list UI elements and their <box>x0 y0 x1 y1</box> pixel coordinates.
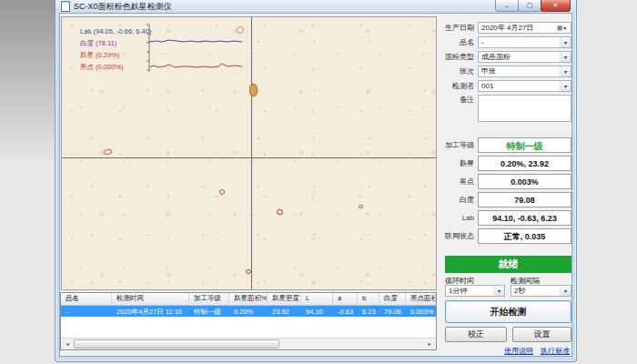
window-title: SC-X0面粉粉色麸星检测仪 <box>74 1 172 13</box>
chevron-down-icon[interactable]: ▾ <box>560 37 571 47</box>
start-detection-button[interactable]: 开始检测 <box>445 300 571 323</box>
column-header[interactable]: 加工等级 <box>189 293 229 305</box>
chevron-down-icon[interactable]: ▾ <box>560 66 571 76</box>
table-header: 品名 检测时间 加工等级 麸星面积% 麸星密度 L a b 白度 黑点面积% <box>61 293 436 306</box>
standard-link[interactable]: 执行标准 <box>541 346 570 356</box>
app-window: SC-X0面粉粉色麸星检测仪 – ▢ ✕ Lab (94.05, -0.66, … <box>55 0 577 362</box>
results-panel: 加工等级 特制一级 麸星 0.20%, 23.92 黑点 0.003% 白度 7… <box>441 137 571 247</box>
client-area: Lab (94.05, -0.66, 6.40) 白度 (78.11) 麸星 (… <box>59 13 572 357</box>
result-label: 联网状态 <box>441 231 478 241</box>
status-banner: 就绪 <box>445 256 571 273</box>
field-label: 班次 <box>441 66 478 76</box>
minimize-icon: – <box>505 3 509 9</box>
table-row[interactable]: - 2020年4月27日 11:10 特制一级 0.20% 23.92 94.1… <box>61 306 436 317</box>
result-label: 加工等级 <box>441 140 478 150</box>
chevron-down-icon[interactable]: ▾ <box>560 52 571 62</box>
minimize-button[interactable]: – <box>495 0 519 12</box>
bran-speck <box>237 26 244 34</box>
app-icon <box>61 1 70 12</box>
column-header[interactable]: 白度 <box>379 293 406 305</box>
column-header[interactable]: b <box>358 293 379 305</box>
interval-select[interactable]: 2秒 ▾ <box>511 285 571 297</box>
settings-button[interactable]: 设置 <box>512 327 571 342</box>
close-button[interactable]: ✕ <box>541 0 571 12</box>
cell-bran-area: 0.20% <box>229 307 268 316</box>
grade-value: 特制一级 <box>478 137 571 153</box>
chevron-down-icon[interactable]: ▾ <box>560 81 571 91</box>
legend-lab: Lab (94.05, -0.66, 6.40) <box>80 25 151 37</box>
legend-bran: 麸星 (0.29%) <box>80 49 151 61</box>
result-label: 白度 <box>441 195 478 205</box>
legend-whiteness: 白度 (78.11) <box>80 37 151 49</box>
desktop: SC-X0面粉粉色麸星检测仪 – ▢ ✕ Lab (94.05, -0.66, … <box>0 0 637 364</box>
scrollbar-thumb[interactable] <box>74 339 279 349</box>
crosshair-vertical <box>251 17 252 289</box>
trend-legend: Lab (94.05, -0.66, 6.40) 白度 (78.11) 麸星 (… <box>80 25 151 73</box>
production-date-input[interactable]: 2020年 4月27日 ▦▾ <box>478 22 571 34</box>
cell-whiteness: 79.08 <box>379 307 406 316</box>
sample-info-form: 生产日期 2020年 4月27日 ▦▾ 品名 - ▾ <box>441 22 571 125</box>
inspector-select[interactable]: 001 ▾ <box>478 80 571 92</box>
horizontal-scrollbar[interactable]: ◄ ► <box>61 338 436 349</box>
chevron-down-icon: ▾ <box>563 25 566 31</box>
product-name-select[interactable]: - ▾ <box>478 36 571 48</box>
detection-controls: 就绪 循环时间 检测间隔 1分钟 ▾ <box>441 256 571 356</box>
lab-value: 94.10, -0.63, 6.23 <box>478 210 571 226</box>
calendar-icon: ▦ <box>557 25 563 32</box>
notes-textarea[interactable] <box>478 95 571 122</box>
calibrate-button[interactable]: 校正 <box>445 327 507 342</box>
sample-image-view: Lab (94.05, -0.66, 6.40) 白度 (78.11) 麸星 (… <box>61 16 437 290</box>
column-header[interactable]: L <box>301 293 333 305</box>
bran-speck <box>249 84 258 96</box>
column-header[interactable]: 麸星面积% <box>229 293 268 305</box>
result-label: 黑点 <box>441 177 478 187</box>
close-icon: ✕ <box>553 2 559 9</box>
blackspot-value: 0.003% <box>478 174 571 189</box>
network-status-value: 正常, 0.035 <box>478 228 571 244</box>
bran-value: 0.20%, 23.92 <box>478 156 571 171</box>
bran-speck <box>103 148 113 157</box>
field-label: 面粉类型 <box>441 52 478 62</box>
window-controls: – ▢ ✕ <box>496 0 571 12</box>
field-label: 生产日期 <box>441 23 478 33</box>
column-header[interactable]: 品名 <box>61 293 112 305</box>
cell-a: -0.63 <box>333 307 358 316</box>
bran-speck <box>359 205 363 208</box>
chevron-down-icon[interactable]: ▾ <box>493 286 504 296</box>
trend-chart <box>142 23 248 81</box>
shift-select[interactable]: 甲班 ▾ <box>478 66 571 77</box>
manual-link[interactable]: 使用说明 <box>504 346 533 356</box>
cell-l: 94.10 <box>301 307 333 316</box>
maximize-icon: ▢ <box>527 2 533 9</box>
column-header[interactable]: 检测时间 <box>112 293 189 305</box>
bran-speck <box>219 189 225 195</box>
control-panel: 生产日期 2020年 4月27日 ▦▾ 品名 - ▾ <box>441 22 571 356</box>
chevron-down-icon[interactable]: ▾ <box>560 286 571 296</box>
column-header[interactable]: 黑点面积% <box>406 293 436 305</box>
cell-grade: 特制一级 <box>189 307 229 317</box>
maximize-button[interactable]: ▢ <box>518 0 541 12</box>
column-header[interactable]: a <box>333 293 358 305</box>
desktop-background <box>0 0 55 364</box>
title-bar: SC-X0面粉粉色麸星检测仪 – ▢ ✕ <box>56 0 576 13</box>
crosshair-horizontal <box>62 157 436 158</box>
field-label: 品名 <box>441 37 478 47</box>
scroll-right-icon[interactable]: ► <box>424 339 435 349</box>
history-table: 品名 检测时间 加工等级 麸星面积% 麸星密度 L a b 白度 黑点面积% -… <box>60 292 437 350</box>
flour-type-select[interactable]: 成品面粉 ▾ <box>478 51 571 63</box>
cell-blackspot-area: 0.003% <box>406 307 436 316</box>
cell-b: 6.23 <box>358 307 379 316</box>
bran-speck <box>276 208 284 216</box>
field-label: 检测者 <box>441 81 478 91</box>
result-label: 麸星 <box>441 158 478 168</box>
field-label: 备注 <box>441 95 478 105</box>
cell-product: - <box>61 307 112 316</box>
cycle-time-select[interactable]: 1分钟 ▾ <box>445 285 505 297</box>
legend-blackspot: 黑点 (0.000%) <box>80 61 151 73</box>
result-label: Lab <box>441 214 478 222</box>
whiteness-value: 79.08 <box>478 192 571 207</box>
cell-bran-density: 23.92 <box>268 307 301 316</box>
cell-time: 2020年4月27日 11:10 <box>112 307 189 317</box>
column-header[interactable]: 麸星密度 <box>268 293 301 305</box>
scroll-left-icon[interactable]: ◄ <box>62 339 73 349</box>
